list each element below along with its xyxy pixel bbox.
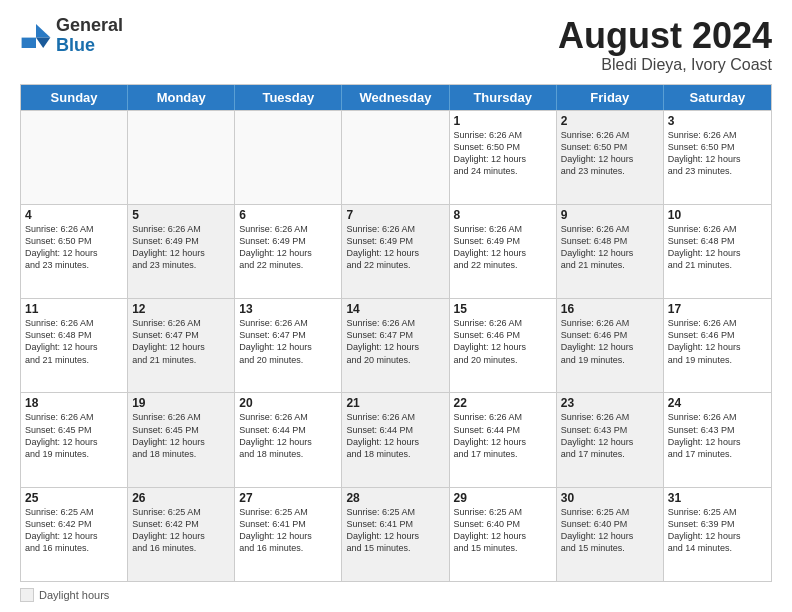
cal-cell: 22Sunrise: 6:26 AM Sunset: 6:44 PM Dayli… — [450, 393, 557, 486]
cal-cell: 5Sunrise: 6:26 AM Sunset: 6:49 PM Daylig… — [128, 205, 235, 298]
cal-cell: 24Sunrise: 6:26 AM Sunset: 6:43 PM Dayli… — [664, 393, 771, 486]
cal-cell: 4Sunrise: 6:26 AM Sunset: 6:50 PM Daylig… — [21, 205, 128, 298]
cal-cell — [342, 111, 449, 204]
day-number: 30 — [561, 491, 659, 505]
day-number: 28 — [346, 491, 444, 505]
calendar-body: 1Sunrise: 6:26 AM Sunset: 6:50 PM Daylig… — [21, 110, 771, 581]
svg-rect-3 — [22, 37, 36, 47]
day-number: 20 — [239, 396, 337, 410]
cal-cell: 17Sunrise: 6:26 AM Sunset: 6:46 PM Dayli… — [664, 299, 771, 392]
cal-cell: 12Sunrise: 6:26 AM Sunset: 6:47 PM Dayli… — [128, 299, 235, 392]
cal-cell: 21Sunrise: 6:26 AM Sunset: 6:44 PM Dayli… — [342, 393, 449, 486]
day-number: 10 — [668, 208, 767, 222]
cal-week-row: 25Sunrise: 6:25 AM Sunset: 6:42 PM Dayli… — [21, 487, 771, 581]
calendar: SundayMondayTuesdayWednesdayThursdayFrid… — [20, 84, 772, 582]
cal-cell: 14Sunrise: 6:26 AM Sunset: 6:47 PM Dayli… — [342, 299, 449, 392]
day-number: 17 — [668, 302, 767, 316]
day-info: Sunrise: 6:26 AM Sunset: 6:49 PM Dayligh… — [454, 223, 552, 272]
day-info: Sunrise: 6:26 AM Sunset: 6:45 PM Dayligh… — [25, 411, 123, 460]
day-info: Sunrise: 6:25 AM Sunset: 6:40 PM Dayligh… — [454, 506, 552, 555]
day-info: Sunrise: 6:26 AM Sunset: 6:44 PM Dayligh… — [454, 411, 552, 460]
cal-cell: 26Sunrise: 6:25 AM Sunset: 6:42 PM Dayli… — [128, 488, 235, 581]
cal-cell: 2Sunrise: 6:26 AM Sunset: 6:50 PM Daylig… — [557, 111, 664, 204]
cal-cell: 29Sunrise: 6:25 AM Sunset: 6:40 PM Dayli… — [450, 488, 557, 581]
page: General Blue August 2024 Bledi Dieya, Iv… — [0, 0, 792, 612]
day-number: 31 — [668, 491, 767, 505]
calendar-header: SundayMondayTuesdayWednesdayThursdayFrid… — [21, 85, 771, 110]
day-info: Sunrise: 6:25 AM Sunset: 6:39 PM Dayligh… — [668, 506, 767, 555]
logo-text: General Blue — [56, 16, 123, 56]
day-number: 7 — [346, 208, 444, 222]
day-number: 15 — [454, 302, 552, 316]
logo-icon — [20, 20, 52, 52]
day-number: 6 — [239, 208, 337, 222]
day-number: 24 — [668, 396, 767, 410]
day-info: Sunrise: 6:26 AM Sunset: 6:44 PM Dayligh… — [346, 411, 444, 460]
day-number: 18 — [25, 396, 123, 410]
day-number: 4 — [25, 208, 123, 222]
header: General Blue August 2024 Bledi Dieya, Iv… — [20, 16, 772, 74]
day-info: Sunrise: 6:26 AM Sunset: 6:47 PM Dayligh… — [346, 317, 444, 366]
cal-cell: 31Sunrise: 6:25 AM Sunset: 6:39 PM Dayli… — [664, 488, 771, 581]
day-info: Sunrise: 6:26 AM Sunset: 6:45 PM Dayligh… — [132, 411, 230, 460]
day-number: 27 — [239, 491, 337, 505]
cal-cell: 27Sunrise: 6:25 AM Sunset: 6:41 PM Dayli… — [235, 488, 342, 581]
day-number: 23 — [561, 396, 659, 410]
cal-cell: 18Sunrise: 6:26 AM Sunset: 6:45 PM Dayli… — [21, 393, 128, 486]
day-number: 19 — [132, 396, 230, 410]
cal-cell: 13Sunrise: 6:26 AM Sunset: 6:47 PM Dayli… — [235, 299, 342, 392]
day-number: 21 — [346, 396, 444, 410]
cal-cell: 19Sunrise: 6:26 AM Sunset: 6:45 PM Dayli… — [128, 393, 235, 486]
cal-header-day: Monday — [128, 85, 235, 110]
day-info: Sunrise: 6:26 AM Sunset: 6:50 PM Dayligh… — [561, 129, 659, 178]
day-number: 16 — [561, 302, 659, 316]
day-info: Sunrise: 6:26 AM Sunset: 6:46 PM Dayligh… — [668, 317, 767, 366]
day-info: Sunrise: 6:26 AM Sunset: 6:50 PM Dayligh… — [25, 223, 123, 272]
day-info: Sunrise: 6:26 AM Sunset: 6:50 PM Dayligh… — [454, 129, 552, 178]
title-area: August 2024 Bledi Dieya, Ivory Coast — [558, 16, 772, 74]
day-info: Sunrise: 6:26 AM Sunset: 6:48 PM Dayligh… — [561, 223, 659, 272]
day-info: Sunrise: 6:26 AM Sunset: 6:48 PM Dayligh… — [668, 223, 767, 272]
logo-general: General — [56, 16, 123, 36]
day-info: Sunrise: 6:26 AM Sunset: 6:46 PM Dayligh… — [454, 317, 552, 366]
cal-week-row: 18Sunrise: 6:26 AM Sunset: 6:45 PM Dayli… — [21, 392, 771, 486]
cal-header-day: Saturday — [664, 85, 771, 110]
cal-cell: 6Sunrise: 6:26 AM Sunset: 6:49 PM Daylig… — [235, 205, 342, 298]
day-info: Sunrise: 6:26 AM Sunset: 6:47 PM Dayligh… — [239, 317, 337, 366]
cal-cell: 9Sunrise: 6:26 AM Sunset: 6:48 PM Daylig… — [557, 205, 664, 298]
cal-cell: 25Sunrise: 6:25 AM Sunset: 6:42 PM Dayli… — [21, 488, 128, 581]
day-number: 26 — [132, 491, 230, 505]
day-info: Sunrise: 6:25 AM Sunset: 6:41 PM Dayligh… — [346, 506, 444, 555]
cal-cell: 8Sunrise: 6:26 AM Sunset: 6:49 PM Daylig… — [450, 205, 557, 298]
cal-header-day: Tuesday — [235, 85, 342, 110]
day-info: Sunrise: 6:26 AM Sunset: 6:49 PM Dayligh… — [346, 223, 444, 272]
cal-cell — [235, 111, 342, 204]
cal-cell: 1Sunrise: 6:26 AM Sunset: 6:50 PM Daylig… — [450, 111, 557, 204]
day-number: 9 — [561, 208, 659, 222]
day-info: Sunrise: 6:26 AM Sunset: 6:50 PM Dayligh… — [668, 129, 767, 178]
day-info: Sunrise: 6:26 AM Sunset: 6:47 PM Dayligh… — [132, 317, 230, 366]
day-info: Sunrise: 6:25 AM Sunset: 6:42 PM Dayligh… — [132, 506, 230, 555]
day-info: Sunrise: 6:26 AM Sunset: 6:43 PM Dayligh… — [668, 411, 767, 460]
logo-blue: Blue — [56, 36, 123, 56]
cal-header-day: Thursday — [450, 85, 557, 110]
cal-cell: 3Sunrise: 6:26 AM Sunset: 6:50 PM Daylig… — [664, 111, 771, 204]
cal-cell: 15Sunrise: 6:26 AM Sunset: 6:46 PM Dayli… — [450, 299, 557, 392]
cal-week-row: 11Sunrise: 6:26 AM Sunset: 6:48 PM Dayli… — [21, 298, 771, 392]
cal-cell: 28Sunrise: 6:25 AM Sunset: 6:41 PM Dayli… — [342, 488, 449, 581]
legend-label: Daylight hours — [39, 589, 109, 601]
day-number: 13 — [239, 302, 337, 316]
cal-cell — [128, 111, 235, 204]
cal-cell: 10Sunrise: 6:26 AM Sunset: 6:48 PM Dayli… — [664, 205, 771, 298]
day-info: Sunrise: 6:25 AM Sunset: 6:42 PM Dayligh… — [25, 506, 123, 555]
day-number: 14 — [346, 302, 444, 316]
day-number: 1 — [454, 114, 552, 128]
cal-cell: 30Sunrise: 6:25 AM Sunset: 6:40 PM Dayli… — [557, 488, 664, 581]
logo: General Blue — [20, 16, 123, 56]
cal-cell: 23Sunrise: 6:26 AM Sunset: 6:43 PM Dayli… — [557, 393, 664, 486]
day-info: Sunrise: 6:26 AM Sunset: 6:49 PM Dayligh… — [239, 223, 337, 272]
subtitle: Bledi Dieya, Ivory Coast — [558, 56, 772, 74]
footer: Daylight hours — [20, 588, 772, 602]
day-info: Sunrise: 6:26 AM Sunset: 6:43 PM Dayligh… — [561, 411, 659, 460]
day-number: 25 — [25, 491, 123, 505]
